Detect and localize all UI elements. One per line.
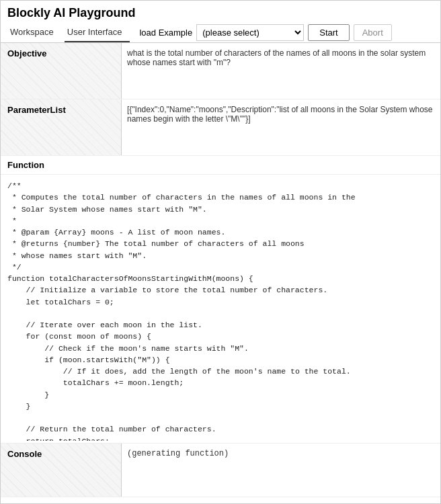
parameterlist-textarea[interactable] xyxy=(122,99,440,153)
console-content: (generating function) xyxy=(122,444,440,497)
load-example-select[interactable]: (please select) xyxy=(196,24,304,41)
console-text: (generating function) xyxy=(127,449,229,458)
objective-content xyxy=(122,43,440,99)
objective-textarea[interactable] xyxy=(122,43,440,97)
app-container: Blockly AI Playground Workspace User Int… xyxy=(0,0,441,504)
app-title: Blockly AI Playground xyxy=(1,1,440,23)
start-button[interactable]: Start xyxy=(308,24,349,41)
objective-label: Objective xyxy=(1,43,122,99)
tab-controls: load Example (please select) Start Abort xyxy=(139,24,391,41)
tab-user-interface[interactable]: User Interface xyxy=(65,23,130,42)
function-code-textarea[interactable] xyxy=(1,175,440,441)
parameterlist-content xyxy=(122,99,440,155)
tab-bar: Workspace User Interface load Example (p… xyxy=(1,23,440,43)
function-section: Function xyxy=(1,156,440,444)
function-header: Function xyxy=(1,156,440,175)
content-area: Objective ParameterList Function xyxy=(1,43,440,497)
tab-workspace[interactable]: Workspace xyxy=(7,23,62,42)
console-section: Console (generating function) xyxy=(1,444,440,497)
abort-button[interactable]: Abort xyxy=(354,24,392,41)
console-label: Console xyxy=(1,444,122,497)
objective-row: Objective xyxy=(1,43,440,99)
parameterlist-row: ParameterList xyxy=(1,99,440,156)
load-example-label: load Example xyxy=(139,28,192,38)
parameterlist-label: ParameterList xyxy=(1,99,122,155)
